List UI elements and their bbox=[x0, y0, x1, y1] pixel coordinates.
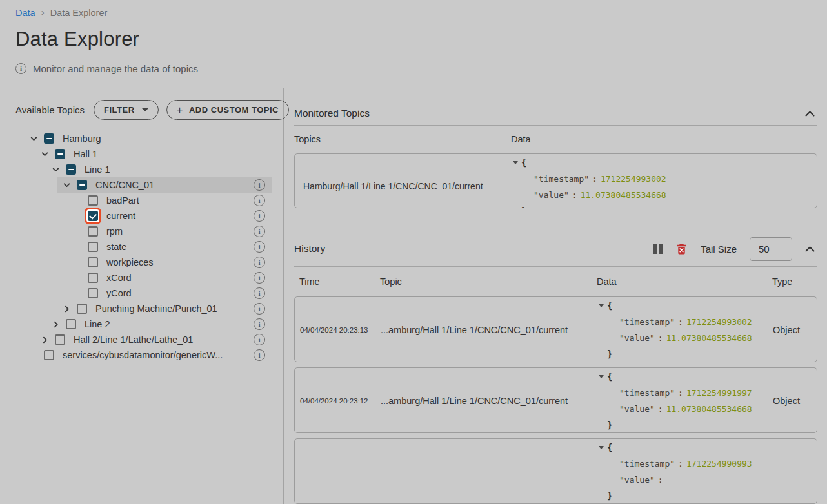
history-collapse-button[interactable] bbox=[805, 246, 815, 252]
history-time-cell: 04/04/2024 20:23:13 bbox=[295, 297, 381, 362]
topic-tree: Hamburg Hall 1 Line 1 CNC/CNC_01 bbox=[15, 131, 283, 363]
breadcrumb-link-data[interactable]: Data bbox=[15, 8, 35, 18]
history-topic: ...amburg/Hall 1/Line 1/CNC/CNC_01/curre… bbox=[381, 396, 568, 406]
json-viewer: { "timestamp":1712254991997 "value":11.0… bbox=[599, 369, 773, 433]
info-icon bbox=[15, 63, 26, 74]
topic-checkbox[interactable] bbox=[44, 133, 54, 144]
topic-checkbox[interactable] bbox=[77, 180, 87, 190]
plus-icon bbox=[177, 104, 183, 115]
info-icon[interactable] bbox=[254, 272, 265, 284]
history-rows: 04/04/2024 20:23:13 ...amburg/Hall 1/Lin… bbox=[294, 296, 817, 504]
available-topics-header: Available Topics FILTER ADD CUSTOM TOPIC bbox=[15, 100, 283, 120]
chevron-down-icon[interactable] bbox=[52, 166, 60, 174]
tree-item-label[interactable]: Hall 1 bbox=[74, 149, 97, 159]
tail-size-input[interactable] bbox=[750, 237, 792, 261]
collapse-caret-icon[interactable] bbox=[599, 375, 604, 378]
history-topic-cell bbox=[381, 439, 597, 504]
chevron-right-icon[interactable] bbox=[41, 336, 49, 344]
topic-checkbox[interactable] bbox=[88, 226, 98, 237]
checkbox-annotation-box bbox=[85, 223, 101, 240]
tree-item-label[interactable]: badPart bbox=[106, 195, 139, 206]
topic-checkbox[interactable] bbox=[66, 319, 76, 329]
monitored-topic-data: { "timestamp":1712254993002 "value":11.0… bbox=[512, 154, 817, 208]
chevron-down-icon[interactable] bbox=[63, 181, 71, 189]
tree-item-label[interactable]: workpieces bbox=[106, 257, 154, 267]
monitored-topics-collapse-button[interactable] bbox=[805, 111, 815, 117]
tree-row: yCord bbox=[15, 286, 283, 301]
column-header-time: Time bbox=[294, 276, 380, 287]
history-data-cell: { "timestamp":1712254991997 "value":11.0… bbox=[597, 368, 773, 433]
history-controls: Tail Size bbox=[653, 237, 817, 261]
tree-item-label[interactable]: Line 1 bbox=[85, 164, 110, 175]
info-icon[interactable] bbox=[254, 179, 265, 191]
info-icon[interactable] bbox=[254, 241, 265, 253]
tree-row: current bbox=[15, 208, 283, 224]
collapse-caret-icon[interactable] bbox=[599, 304, 604, 307]
tree-item-label[interactable]: yCord bbox=[106, 288, 132, 298]
tree-row: services/cybusdatamonitor/genericW... bbox=[15, 347, 283, 363]
pause-icon[interactable] bbox=[653, 244, 663, 254]
topic-checkbox[interactable] bbox=[44, 350, 54, 360]
history-time: 04/04/2024 20:23:12 bbox=[300, 397, 368, 405]
tree-item-label[interactable]: CNC/CNC_01 bbox=[95, 180, 154, 190]
chevron-down-icon[interactable] bbox=[30, 135, 38, 143]
history-row: 04/04/2024 20:23:13 ...amburg/Hall 1/Lin… bbox=[294, 296, 817, 362]
topic-checkbox[interactable] bbox=[88, 211, 98, 221]
info-icon[interactable] bbox=[254, 303, 265, 315]
chevron-right-icon[interactable] bbox=[52, 320, 60, 329]
history-header: History Tail Size bbox=[294, 224, 817, 266]
info-icon[interactable] bbox=[254, 257, 265, 268]
topic-checkbox[interactable] bbox=[88, 273, 98, 283]
history-row: { "timestamp":1712254990993 "value": } bbox=[294, 438, 817, 504]
column-header-type: Type bbox=[772, 276, 817, 287]
monitored-topic-path: Hamburg/Hall 1/Line 1/CNC/CNC_01/current bbox=[295, 154, 512, 208]
value-value: 11.07380485534668 bbox=[666, 333, 752, 343]
chevron-up-icon bbox=[805, 246, 815, 252]
chevron-up-icon bbox=[805, 111, 815, 117]
tree-item-label[interactable]: current bbox=[106, 211, 135, 221]
topic-checkbox[interactable] bbox=[88, 242, 98, 252]
topic-checkbox[interactable] bbox=[77, 304, 87, 314]
tree-row: rpm bbox=[15, 224, 283, 239]
topic-checkbox[interactable] bbox=[66, 164, 76, 175]
history-row: 04/04/2024 20:23:12 ...amburg/Hall 1/Lin… bbox=[294, 367, 817, 433]
monitored-topic-row: Hamburg/Hall 1/Line 1/CNC/CNC_01/current… bbox=[294, 153, 817, 208]
add-custom-topic-button[interactable]: ADD CUSTOM TOPIC bbox=[166, 100, 289, 120]
chevron-right-icon[interactable] bbox=[63, 305, 71, 313]
tree-item-label[interactable]: xCord bbox=[106, 273, 132, 283]
topic-checkbox[interactable] bbox=[55, 149, 65, 159]
info-icon[interactable] bbox=[254, 349, 265, 361]
topic-checkbox[interactable] bbox=[88, 288, 98, 298]
column-header-data: Data bbox=[597, 276, 772, 287]
tree-item-label[interactable]: rpm bbox=[106, 226, 123, 237]
info-icon[interactable] bbox=[254, 195, 265, 206]
info-icon[interactable] bbox=[254, 318, 265, 330]
tree-row: Line 2 bbox=[15, 316, 283, 332]
info-icon[interactable] bbox=[254, 226, 265, 237]
tree-item-label[interactable]: services/cybusdatamonitor/genericW... bbox=[63, 350, 223, 360]
topic-checkbox[interactable] bbox=[88, 195, 98, 206]
tree-item-label[interactable]: Punching Machine/Punch_01 bbox=[95, 304, 217, 314]
checkbox-annotation-box bbox=[74, 177, 90, 193]
delete-history-icon[interactable] bbox=[675, 243, 688, 255]
info-icon[interactable] bbox=[254, 287, 265, 299]
collapse-caret-icon[interactable] bbox=[599, 446, 604, 449]
timestamp-value: 1712254993002 bbox=[686, 317, 752, 327]
tree-row: Hall 1 bbox=[15, 146, 283, 162]
available-topics-panel: Available Topics FILTER ADD CUSTOM TOPIC… bbox=[0, 88, 284, 504]
tree-item-label[interactable]: state bbox=[106, 242, 126, 252]
info-icon[interactable] bbox=[254, 210, 265, 222]
collapse-caret-icon[interactable] bbox=[513, 161, 518, 164]
tree-item-label[interactable]: Hamburg bbox=[63, 133, 101, 144]
filter-button[interactable]: FILTER bbox=[94, 100, 159, 120]
tree-item-label[interactable]: Line 2 bbox=[85, 319, 110, 329]
tree-item-label[interactable]: Hall 2/Line 1/Lathe/Lathe_01 bbox=[74, 334, 193, 345]
chevron-down-icon[interactable] bbox=[41, 150, 49, 159]
history-topic-cell: ...amburg/Hall 1/Line 1/CNC/CNC_01/curre… bbox=[381, 297, 597, 362]
info-icon[interactable] bbox=[254, 334, 265, 345]
column-header-topic: Topic bbox=[380, 276, 597, 287]
topic-checkbox[interactable] bbox=[88, 257, 98, 267]
tree-row: CNC/CNC_01 bbox=[15, 177, 283, 193]
column-header-topics: Topics bbox=[294, 134, 511, 144]
topic-checkbox[interactable] bbox=[55, 334, 65, 345]
